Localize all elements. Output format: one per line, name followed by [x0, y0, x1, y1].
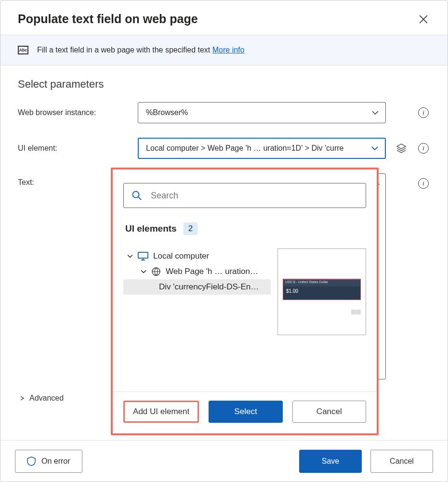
- globe-icon: [151, 267, 161, 276]
- tree-leaf-label: Div 'currencyField-DS-En…: [159, 282, 259, 292]
- param-ui-element-label: UI element:: [18, 144, 129, 153]
- preview-currency-label: USD $ - United States Dollar: [283, 280, 360, 287]
- svg-point-0: [133, 192, 139, 198]
- desktop-icon: [138, 252, 148, 261]
- browser-select-value: %Browser%: [146, 108, 188, 117]
- search-input[interactable]: [150, 190, 358, 201]
- dialog-header: Populate text field on web page: [0, 0, 448, 35]
- chevron-down-icon: [141, 269, 146, 274]
- search-icon: [132, 190, 142, 201]
- param-ui-element-row: UI element: Local computer > Web Page 'h…: [18, 138, 430, 159]
- element-preview: USD $ - United States Dollar $1.00: [277, 248, 366, 335]
- close-icon: [419, 15, 428, 24]
- info-icon[interactable]: i: [418, 107, 429, 118]
- ui-element-select[interactable]: Local computer > Web Page 'h … uration=1…: [138, 138, 386, 159]
- tree-root-label: Local computer: [153, 251, 209, 261]
- chevron-right-icon: [20, 396, 25, 401]
- cancel-button[interactable]: Cancel: [370, 450, 433, 473]
- chevron-down-icon: [372, 110, 379, 115]
- ui-element-select-value: Local computer > Web Page 'h … uration=1…: [146, 144, 343, 153]
- shield-icon: [27, 456, 36, 466]
- preview-resize-handle: [351, 310, 361, 314]
- close-button[interactable]: [417, 13, 430, 26]
- dialog-footer: On error Save Cancel: [0, 440, 448, 482]
- ui-elements-title: UI elements: [125, 223, 177, 234]
- search-box[interactable]: [123, 183, 366, 208]
- ui-elements-heading: UI elements 2: [125, 222, 366, 235]
- popover-footer: Add UI element Select Cancel: [113, 391, 377, 423]
- tree-page-label: Web Page 'h … uration…: [166, 267, 258, 276]
- advanced-label: Advanced: [29, 394, 64, 403]
- tree-node-root[interactable]: Local computer: [123, 248, 271, 264]
- add-ui-element-button[interactable]: Add UI element: [123, 401, 199, 423]
- svg-rect-1: [138, 252, 148, 258]
- abc-icon: Abc: [18, 46, 28, 54]
- chevron-down-icon: [371, 146, 378, 151]
- ui-elements-tree: Local computer Web Page 'h … uration… Di…: [123, 244, 271, 391]
- dialog-populate-text-field: Populate text field on web page Abc Fill…: [0, 0, 448, 482]
- more-info-link[interactable]: More info: [212, 46, 245, 54]
- info-icon[interactable]: i: [418, 178, 429, 189]
- info-strip-body: Fill a text field in a web page with the…: [37, 46, 212, 54]
- layers-icon[interactable]: [396, 143, 407, 154]
- on-error-label: On error: [41, 457, 70, 466]
- param-browser-row: Web browser instance: %Browser% i: [18, 102, 430, 123]
- on-error-button[interactable]: On error: [15, 450, 82, 473]
- ui-elements-count: 2: [184, 222, 198, 235]
- dialog-title: Populate text field on web page: [18, 12, 198, 26]
- tree-node-page[interactable]: Web Page 'h … uration…: [123, 264, 271, 279]
- chevron-down-icon: [127, 253, 133, 259]
- info-strip: Abc Fill a text field in a web page with…: [0, 35, 448, 65]
- preview-currency-value: $1.00: [283, 287, 360, 296]
- info-icon[interactable]: i: [418, 143, 429, 154]
- select-button[interactable]: Select: [209, 401, 282, 423]
- browser-select[interactable]: %Browser%: [138, 102, 386, 123]
- cancel-button[interactable]: Cancel: [292, 401, 366, 423]
- ui-element-picker-popover: UI elements 2 Local computer: [111, 168, 379, 435]
- section-title: Select parameters: [18, 78, 430, 91]
- param-browser-label: Web browser instance:: [18, 108, 129, 117]
- tree-node-leaf[interactable]: Div 'currencyField-DS-En…: [123, 279, 271, 295]
- save-button[interactable]: Save: [299, 450, 362, 473]
- info-strip-text: Fill a text field in a web page with the…: [37, 46, 244, 54]
